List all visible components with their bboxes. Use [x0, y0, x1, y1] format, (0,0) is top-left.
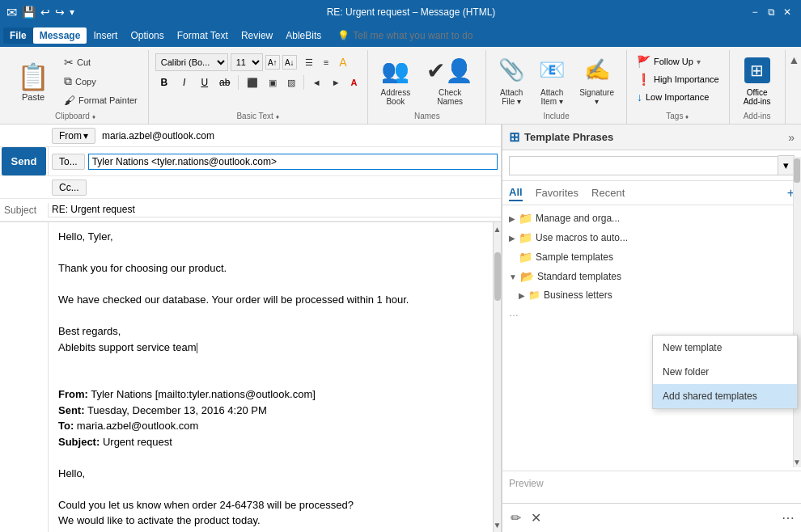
- names-content: 👥 AddressBook ✔👤 CheckNames: [375, 53, 479, 110]
- font-size-grow-button[interactable]: A↑: [265, 55, 280, 70]
- quick-undo[interactable]: ↩: [40, 6, 50, 19]
- email-body-container: Hello, Tyler, Thank you for choosing our…: [0, 222, 501, 532]
- template-item-business[interactable]: ▶ 📁 Business letters: [502, 286, 801, 304]
- tell-me-input[interactable]: [353, 30, 498, 41]
- text-highlight-button[interactable]: A: [335, 53, 350, 71]
- menu-item-format-text[interactable]: Format Text: [171, 27, 235, 44]
- to-label: To...: [59, 156, 78, 167]
- menu-item-message[interactable]: Message: [33, 27, 87, 44]
- list-numbers-button[interactable]: ≡: [320, 55, 333, 70]
- strikethrough-button[interactable]: ab: [216, 74, 234, 91]
- to-input[interactable]: [88, 154, 498, 170]
- font-family-select[interactable]: Calibri (Bo...: [155, 53, 228, 71]
- italic-button[interactable]: I: [176, 74, 193, 91]
- underline-button[interactable]: U: [196, 74, 214, 91]
- font-size-select[interactable]: 11: [231, 53, 263, 71]
- template-label-manage: Manage and orga...: [536, 213, 620, 224]
- from-row: From ▾ maria.azbel@outlook.com: [0, 125, 501, 147]
- right-panel-scrollbar[interactable]: ▼: [793, 157, 801, 467]
- template-item-standard[interactable]: ▼ 📂 Standard templates: [502, 267, 801, 286]
- paste-label: Paste: [22, 92, 44, 102]
- clipboard-expand-icon[interactable]: ⬧: [91, 112, 96, 120]
- menu-item-insert[interactable]: Insert: [87, 27, 124, 44]
- attach-file-button[interactable]: 📎 AttachFile ▾: [493, 53, 530, 110]
- cc-input[interactable]: [90, 180, 501, 195]
- email-body[interactable]: Hello, Tyler, Thank you for choosing our…: [49, 222, 493, 532]
- format-painter-button[interactable]: 🖌 Format Painter: [60, 91, 142, 109]
- tags-expand-icon[interactable]: ⬧: [684, 112, 689, 120]
- paste-button[interactable]: 📋 Paste: [10, 53, 57, 110]
- copy-button[interactable]: ⧉ Copy: [60, 72, 142, 91]
- panel-title-icon: ⊞: [509, 129, 519, 145]
- cc-label: Cc...: [59, 182, 79, 193]
- minimize-button[interactable]: −: [748, 5, 762, 19]
- scroll-thumb[interactable]: [494, 252, 501, 301]
- font-color-button[interactable]: A: [347, 75, 362, 90]
- list-bullets-button[interactable]: ☰: [301, 55, 317, 70]
- tell-me-box[interactable]: 💡: [337, 30, 498, 41]
- tab-all[interactable]: All: [509, 184, 523, 201]
- menu-item-ablebits[interactable]: AbleBits: [279, 27, 328, 44]
- new-template-item[interactable]: New template: [653, 336, 797, 360]
- high-importance-button[interactable]: ❗ High Importance: [634, 71, 723, 87]
- right-scroll-down-arrow[interactable]: ▼: [793, 456, 801, 467]
- panel-header: ⊞ Template Phrases »: [502, 125, 801, 150]
- menu-item-review[interactable]: Review: [235, 27, 279, 44]
- high-importance-label: High Importance: [654, 74, 719, 84]
- from-button[interactable]: From ▾: [52, 128, 95, 144]
- compose-left: From ▾ maria.azbel@outlook.com Send To..…: [0, 125, 502, 532]
- attach-item-button[interactable]: 📧 AttachItem ▾: [533, 53, 570, 110]
- office-addins-button[interactable]: ⊞ OfficeAdd-ins: [736, 53, 778, 110]
- template-search-input[interactable]: [509, 156, 778, 175]
- signature-icon: ✍: [584, 57, 610, 82]
- cut-button[interactable]: ✂ Cut: [60, 53, 142, 71]
- align-center-button[interactable]: ▣: [265, 75, 281, 91]
- new-folder-item[interactable]: New folder: [653, 360, 797, 384]
- right-scroll-thumb[interactable]: [794, 158, 800, 183]
- template-item-manage[interactable]: ▶ 📁 Manage and orga...: [502, 209, 801, 228]
- indent-increase-button[interactable]: ►: [328, 75, 345, 90]
- edit-template-button[interactable]: ✏: [509, 509, 523, 527]
- quick-save[interactable]: 💾: [22, 6, 36, 19]
- to-button[interactable]: To...: [52, 154, 85, 170]
- title-bar-left: ✉ 💾 ↩ ↪ ▾: [6, 5, 74, 20]
- quick-redo[interactable]: ↪: [55, 6, 65, 19]
- attach-file-icon: 📎: [498, 57, 524, 82]
- send-button[interactable]: Send: [2, 147, 47, 175]
- scroll-down-arrow[interactable]: ▼: [494, 518, 501, 532]
- align-left-button[interactable]: ⬛: [243, 75, 262, 91]
- email-body-scrollbar[interactable]: ▲ ▼: [493, 222, 501, 532]
- restore-button[interactable]: ⧉: [764, 5, 778, 19]
- search-dropdown-button[interactable]: ▾: [778, 155, 795, 175]
- panel-expand-button[interactable]: »: [788, 131, 795, 144]
- follow-up-button[interactable]: 🚩 Follow Up ▾: [634, 53, 723, 70]
- scroll-up-arrow[interactable]: ▲: [494, 222, 501, 236]
- align-right-button[interactable]: ▧: [283, 75, 299, 91]
- addins-label: Add-ins: [736, 110, 778, 124]
- low-importance-button[interactable]: ↓ Low Importance: [634, 89, 723, 105]
- tags-label: Tags ⬧: [634, 110, 723, 124]
- font-size-shrink-button[interactable]: A↓: [282, 55, 297, 70]
- ribbon-group-addins: ⊞ OfficeAdd-ins Add-ins: [730, 50, 786, 124]
- subject-input[interactable]: [49, 202, 501, 217]
- tab-recent[interactable]: Recent: [591, 185, 625, 201]
- delete-template-button[interactable]: ✕: [529, 509, 543, 527]
- signature-button[interactable]: ✍ Signature▾: [574, 53, 620, 110]
- menu-item-options[interactable]: Options: [124, 27, 170, 44]
- template-item-macros[interactable]: ▶ 📁 Use macros to auto...: [502, 228, 801, 247]
- tab-favorites[interactable]: Favorites: [536, 185, 578, 201]
- font-color-icon: A: [351, 78, 358, 87]
- bold-button[interactable]: B: [155, 74, 173, 91]
- indent-decrease-button[interactable]: ◄: [308, 75, 325, 90]
- menu-item-file[interactable]: File: [3, 27, 33, 44]
- template-item-sample[interactable]: ▶ 📁 Sample templates: [502, 247, 801, 267]
- more-options-button[interactable]: ⋯: [782, 510, 795, 526]
- close-button[interactable]: ✕: [780, 5, 795, 19]
- basic-text-expand-icon[interactable]: ⬧: [275, 112, 280, 120]
- ribbon-collapse-button[interactable]: ▲: [786, 50, 801, 124]
- address-book-button[interactable]: 👥 AddressBook: [375, 53, 416, 110]
- cc-button[interactable]: Cc...: [52, 179, 87, 196]
- check-names-button[interactable]: ✔👤 CheckNames: [421, 53, 479, 110]
- cc-row: Cc...: [0, 176, 501, 199]
- add-shared-templates-item[interactable]: Add shared templates: [653, 384, 797, 408]
